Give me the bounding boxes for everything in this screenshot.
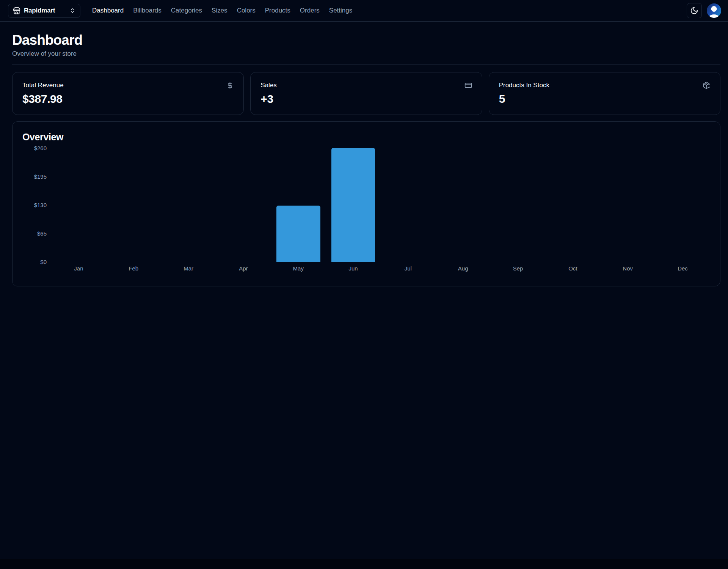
- stat-card-header: Total Revenue: [22, 82, 234, 89]
- overview-bar-chart: $0$65$130$195$260 JanFebMarAprMayJunJulA…: [22, 148, 710, 276]
- store-switcher-button[interactable]: Rapidmart: [8, 4, 80, 18]
- chart-slot-jul: [381, 148, 436, 262]
- x-axis-tick-label: Nov: [600, 265, 655, 272]
- y-axis-tick-label: $65: [37, 230, 47, 237]
- stat-card-header: Products In Stock: [499, 82, 710, 89]
- x-axis-tick-label: Jul: [381, 265, 436, 272]
- nav-item-orders[interactable]: Orders: [300, 7, 320, 14]
- nav-item-products[interactable]: Products: [265, 7, 290, 14]
- nav-item-categories[interactable]: Categories: [171, 7, 202, 14]
- stat-value: +3: [260, 93, 472, 105]
- stat-label: Total Revenue: [22, 82, 64, 89]
- package-icon: [703, 82, 710, 89]
- stat-value: $387.98: [22, 93, 234, 105]
- page-subtitle: Overview of your store: [12, 50, 720, 58]
- store-icon: [13, 7, 20, 14]
- x-axis-tick-label: Mar: [161, 265, 216, 272]
- stat-card-header: Sales: [260, 82, 472, 89]
- stats-row: Total Revenue$387.98Sales+3Products In S…: [12, 72, 720, 115]
- chart-slot-mar: [161, 148, 216, 262]
- chart-slot-may: [271, 148, 326, 262]
- main-nav: DashboardBillboardsCategoriesSizesColors…: [92, 7, 352, 14]
- nav-item-sizes[interactable]: Sizes: [212, 7, 228, 14]
- chart-slot-jun: [326, 148, 381, 262]
- nav-item-dashboard[interactable]: Dashboard: [92, 7, 124, 14]
- x-axis-tick-label: Oct: [545, 265, 600, 272]
- chart-y-axis: $0$65$130$195$260: [22, 148, 51, 262]
- chart-plot-area: [51, 148, 710, 262]
- x-axis-tick-label: Apr: [216, 265, 271, 272]
- chart-slot-aug: [436, 148, 491, 262]
- moon-icon: [690, 6, 698, 15]
- y-axis-tick-label: $195: [34, 173, 47, 180]
- x-axis-tick-label: Feb: [106, 265, 161, 272]
- user-avatar[interactable]: [707, 3, 721, 18]
- x-axis-tick-label: Aug: [436, 265, 491, 272]
- chart-slot-apr: [216, 148, 271, 262]
- chevrons-up-down-icon: [69, 8, 75, 14]
- chart-slot-feb: [106, 148, 161, 262]
- main-content: Dashboard Overview of your store Total R…: [0, 22, 728, 286]
- nav-item-colors[interactable]: Colors: [237, 7, 256, 14]
- store-name: Rapidmart: [24, 7, 55, 14]
- bar-jun: [331, 148, 375, 262]
- theme-toggle-button[interactable]: [687, 3, 702, 18]
- stat-card-products-in-stock: Products In Stock5: [489, 72, 720, 115]
- bar-may: [276, 206, 320, 262]
- nav-item-settings[interactable]: Settings: [329, 7, 352, 14]
- x-axis-tick-label: May: [271, 265, 326, 272]
- chart-slot-sep: [491, 148, 546, 262]
- credit-card-icon: [464, 82, 472, 89]
- chart-slot-jan: [51, 148, 106, 262]
- stat-card-total-revenue: Total Revenue$387.98: [12, 72, 244, 115]
- chart-slot-nov: [600, 148, 655, 262]
- top-navbar: Rapidmart DashboardBillboardsCategoriesS…: [0, 0, 728, 22]
- stat-value: 5: [499, 93, 710, 105]
- chart-title: Overview: [22, 132, 710, 143]
- y-axis-tick-label: $0: [40, 259, 47, 265]
- chart-slot-dec: [655, 148, 710, 262]
- x-axis-tick-label: Jan: [51, 265, 106, 272]
- x-axis-tick-label: Sep: [491, 265, 546, 272]
- nav-item-billboards[interactable]: Billboards: [133, 7, 162, 14]
- stat-card-sales: Sales+3: [250, 72, 482, 115]
- stat-label: Sales: [260, 82, 277, 89]
- chart-plot-wrap: JanFebMarAprMayJunJulAugSepOctNovDec: [51, 148, 710, 276]
- avatar-head-shape: [711, 6, 717, 12]
- y-axis-tick-label: $130: [34, 202, 47, 208]
- stat-label: Products In Stock: [499, 82, 549, 89]
- y-axis-tick-label: $260: [34, 145, 47, 151]
- chart-x-axis: JanFebMarAprMayJunJulAugSepOctNovDec: [51, 265, 710, 276]
- separator: [12, 64, 720, 64]
- chart-slot-oct: [545, 148, 600, 262]
- x-axis-tick-label: Dec: [655, 265, 710, 272]
- dollar-sign-icon: [226, 82, 234, 89]
- avatar-torso-shape: [709, 14, 719, 18]
- overview-card: Overview $0$65$130$195$260 JanFebMarAprM…: [12, 121, 720, 286]
- x-axis-tick-label: Jun: [326, 265, 381, 272]
- app-page: Rapidmart DashboardBillboardsCategoriesS…: [0, 0, 728, 559]
- navbar-right: [687, 3, 721, 18]
- page-title: Dashboard: [12, 33, 720, 47]
